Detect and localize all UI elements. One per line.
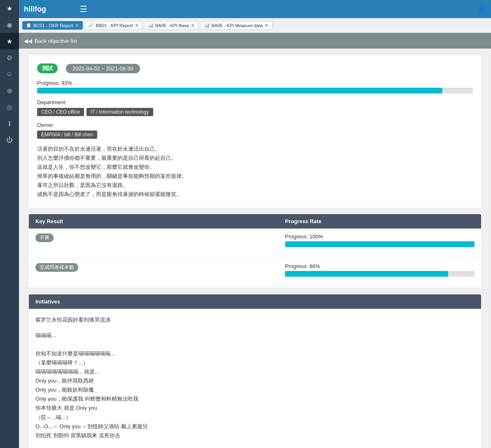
initiatives-body: 紫罗兰永恒花园好看到痛哭流涕 嗝嗝嗝... 你知不知道什麼是嗝嗝嗝嗝嗝嗝... … [29,309,481,448]
tab-bb01-icon: 📈 [88,23,94,28]
kr-progress-0: Progress: 100% [285,233,475,253]
sidebar: ★ ◉ ★ ⚙ ☺ ⊕ ◎ ℹ ⏻ [0,0,19,448]
kr-progress-fill-1 [285,271,448,277]
tab-ba05-measure-close[interactable]: ✕ [264,23,269,28]
kr-row-0: 不爽 Progress: 100% [29,229,481,258]
sidebar-icon-info[interactable]: ℹ [0,115,19,132]
kr-name-0: 不爽 [35,233,285,242]
kr-progress-fill-0 [285,241,475,247]
tab-bc01-icon: 📋 [26,23,32,28]
initiative-item-0: 紫罗兰永恒花园好看到痛哭流涕 [35,315,475,324]
owner-tags: EMP004 / bill / Bill chen [37,131,473,139]
tab-bc01-close[interactable]: ✕ [75,23,79,28]
tab-ba05-measure-label: BA05 - KPI Measure data [211,23,263,28]
kr-header-progress: Progress Rate [285,218,475,224]
department-tags: CEO / CEO office IT / Information techno… [37,108,473,116]
back-button[interactable]: ◀◀ Back objective list [24,38,77,44]
sidebar-icon-eye[interactable]: ◎ [0,99,19,115]
kr-row-0-content: 不爽 Progress: 100% [35,233,475,253]
sidebar-icon-user[interactable]: ☺ [0,66,19,82]
hamburger-menu[interactable]: ☰ [80,4,87,14]
date-range: 2021-04-02 ~ 2021-06-30 [66,64,140,73]
sidebar-icon-power[interactable]: ⏻ [0,132,19,148]
kr-progress-label-1: Progress: 86% [285,263,475,269]
owner-label: Owner: [37,122,473,128]
back-icon: ◀◀ [24,38,32,44]
tab-bb01-close[interactable]: ✕ [135,23,139,28]
tabs-bar: 📋 BC01 - OKR Report ✕ 📈 BB01 - KPI Repor… [19,18,491,33]
kr-progress-bar-1 [285,271,475,277]
kr-progress-bar-0 [285,241,475,247]
kr-name-1: 完成問卷樣本數 [35,263,285,272]
progress-bar-container [37,88,473,93]
back-bar: ◀◀ Back objective list [19,33,491,49]
department-label: Department: [37,99,473,105]
kr-table-header: Key Result Progress Rate [29,214,481,229]
initiatives-card: Initiatives 紫罗兰永恒花园好看到痛哭流涕 嗝嗝嗝... 你知不知道什… [29,294,481,448]
kr-progress-label-0: Progress: 100% [285,233,475,240]
tab-ba05-base[interactable]: 📊 BA05 - KPI Base ✕ [144,21,199,30]
tab-bb01-label: BB01 - KPI Report [96,23,133,28]
objective-card: 測試 2021-04-02 ~ 2021-06-30 Progress: 93%… [29,55,481,208]
page-content: 測試 2021-04-02 ~ 2021-06-30 Progress: 93%… [19,49,491,448]
kr-row-1: 完成問卷樣本數 Progress: 86% [29,258,481,288]
back-label: Back objective list [35,38,77,44]
initiative-text-0: 紫罗兰永恒花园好看到痛哭流涕 [35,317,110,323]
main-container: hillfog ☰ 👤 📋 BC01 - OKR Report ✕ 📈 BB01… [19,0,491,448]
progress-bar-fill [37,88,442,93]
objective-header: 測試 2021-04-02 ~ 2021-06-30 [37,63,473,73]
initiatives-header: Initiatives [29,294,481,309]
initiative-item-1: 嗝嗝嗝... 你知不知道什麼是嗝嗝嗝嗝嗝嗝... （某麼嗝嗝嗝呀？...） 嗝嗝… [35,331,475,440]
user-menu[interactable]: 👤 [477,5,486,14]
tab-bc01-label: BC01 - OKR Report [33,23,73,28]
sidebar-icon-globe[interactable]: ⊕ [0,82,19,99]
objective-description: 活著的目的不在於永邊活著，而在於永邊活出自己。 別人怎麼評價你都不重要，最重要的… [37,145,473,199]
tab-bb01[interactable]: 📈 BB01 - KPI Report ✕ [84,21,143,30]
sidebar-icon-star[interactable]: ★ [0,0,19,16]
topbar: hillfog ☰ 👤 [19,0,491,18]
objective-badge: 測試 [37,63,58,73]
tab-bc01[interactable]: 📋 BC01 - OKR Report ✕ [22,21,83,30]
owner-tag-0: EMP004 / bill / Bill chen [37,131,97,139]
kr-badge-0: 不爽 [35,233,54,242]
kr-progress-1: Progress: 86% [285,263,475,282]
brand-logo: hillfog [24,5,73,14]
dept-tag-0: CEO / CEO office [37,108,84,116]
progress-label: Progress: 93% [37,80,473,86]
kr-header-name: Key Result [35,218,285,224]
tab-ba05-base-icon: 📊 [148,23,154,28]
sidebar-icon-star2[interactable]: ★ [0,33,19,49]
kr-badge-1: 完成問卷樣本數 [35,263,78,272]
kr-row-1-content: 完成問卷樣本數 Progress: 86% [35,263,475,282]
tab-ba05-measure-icon: 📊 [204,23,210,28]
tab-ba05-base-label: BA05 - KPI Base [155,23,189,28]
tab-ba05-base-close[interactable]: ✕ [191,23,195,28]
sidebar-icon-game[interactable]: ◉ [0,16,19,33]
key-results-table: Key Result Progress Rate 不爽 Progress: 10… [29,214,481,288]
tab-ba05-measure[interactable]: 📊 BA05 - KPI Measure data ✕ [200,21,272,30]
sidebar-icon-gear[interactable]: ⚙ [0,49,19,66]
dept-tag-1: IT / Information technology [87,108,153,116]
